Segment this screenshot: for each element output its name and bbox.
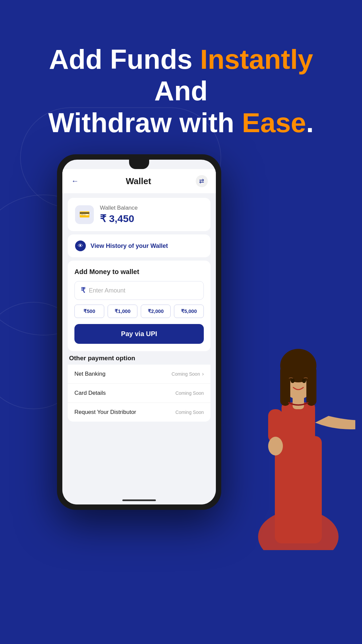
request-distributor-label: Request Your Distributor (74, 409, 136, 416)
phone-notch (129, 160, 149, 169)
request-distributor-status: Coming Soon (175, 410, 204, 415)
request-distributor-row[interactable]: Request Your Distributor Coming Soon (68, 403, 210, 422)
svg-point-9 (268, 437, 283, 455)
amount-input[interactable]: Enter Amount (89, 287, 125, 294)
hero-line2: Withdraw with Ease. (48, 107, 314, 138)
phone-frame: ← Wallet ⇄ 💳 Wallet Balance ₹ 3,450 (57, 154, 221, 510)
net-banking-label: Net Banking (74, 371, 106, 377)
svg-point-11 (302, 378, 306, 383)
svg-rect-6 (280, 366, 290, 406)
wallet-icon: 💳 (75, 205, 94, 224)
hero-headline: Add Funds Instantly And Withdraw with Ea… (0, 44, 362, 139)
view-history-label: View History of your Wallet (90, 243, 168, 250)
screen-header: ← Wallet ⇄ (62, 169, 216, 193)
wallet-balance-card: 💳 Wallet Balance ₹ 3,450 (68, 198, 210, 231)
quick-amounts-row: ₹500 ₹1,000 ₹2,000 ₹5,000 (74, 305, 204, 318)
back-button[interactable]: ← (69, 175, 81, 187)
net-banking-status: Coming Soon › (172, 371, 204, 377)
svg-rect-7 (306, 366, 316, 406)
phone-mockup: ← Wallet ⇄ 💳 Wallet Balance ₹ 3,450 (57, 154, 221, 510)
eye-icon: 👁 (75, 240, 86, 251)
card-details-status: Coming Soon (175, 390, 204, 396)
svg-rect-2 (282, 402, 315, 456)
quick-amount-1000[interactable]: ₹1,000 (108, 305, 137, 318)
quick-amount-5000[interactable]: ₹5,000 (174, 305, 204, 318)
screen-title: Wallet (126, 176, 151, 186)
home-indicator (122, 499, 156, 501)
add-money-title: Add Money to wallet (74, 268, 204, 276)
hero-line1: Add Funds Instantly And (49, 44, 313, 106)
chevron-right-icon: › (202, 371, 204, 377)
woman-illustration (241, 309, 355, 550)
woman-figure (235, 309, 362, 550)
other-payment-title: Other payment option (68, 355, 210, 362)
quick-amount-2000[interactable]: ₹2,000 (141, 305, 171, 318)
rupee-symbol: ₹ (81, 286, 85, 295)
transfer-icon-button[interactable]: ⇄ (196, 175, 208, 187)
wallet-label: Wallet Balance (100, 205, 138, 211)
wallet-info: Wallet Balance ₹ 3,450 (100, 205, 138, 224)
svg-point-10 (291, 378, 295, 383)
view-history-row[interactable]: 👁 View History of your Wallet (68, 234, 210, 257)
card-details-label: Card Details (74, 390, 106, 396)
net-banking-row[interactable]: Net Banking Coming Soon › (68, 365, 210, 384)
phone-screen: ← Wallet ⇄ 💳 Wallet Balance ₹ 3,450 (62, 160, 216, 504)
other-payment-section: Other payment option Net Banking Coming … (68, 355, 210, 422)
pay-via-upi-button[interactable]: Pay via UPI (74, 324, 204, 344)
screen-content: ← Wallet ⇄ 💳 Wallet Balance ₹ 3,450 (62, 169, 216, 504)
amount-input-container[interactable]: ₹ Enter Amount (74, 281, 204, 300)
card-details-row[interactable]: Card Details Coming Soon (68, 384, 210, 403)
quick-amount-500[interactable]: ₹500 (74, 305, 104, 318)
add-money-section: Add Money to wallet ₹ Enter Amount ₹500 … (68, 261, 210, 351)
wallet-amount: ₹ 3,450 (100, 213, 138, 224)
